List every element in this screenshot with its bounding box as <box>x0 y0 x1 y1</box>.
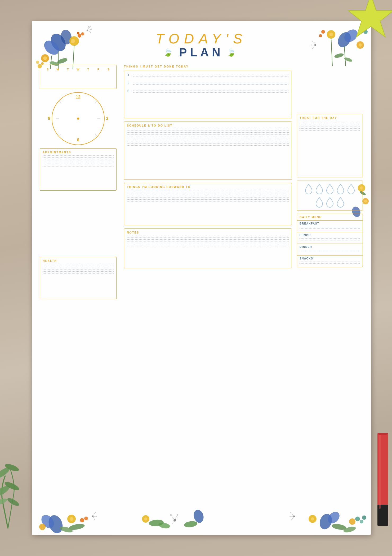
cal-day-f: F <box>93 68 103 71</box>
svg-point-95 <box>355 517 360 521</box>
forward-section: THINGS I'M LOOKING FORWARD TO <box>124 183 292 225</box>
star-decoration <box>344 0 392 46</box>
schedule-title: SCHEDULE & TO-DO LIST <box>127 124 289 127</box>
marker-icon <box>371 433 392 534</box>
cal-day-t1: T <box>63 68 73 71</box>
svg-point-57 <box>39 524 46 530</box>
svg-point-67 <box>80 518 84 522</box>
cal-day-t2: T <box>83 68 93 71</box>
main-layout: S M T W T F S <box>32 65 371 271</box>
clock-tick-225 <box>59 134 61 136</box>
health-section: HEALTH <box>40 257 117 299</box>
water-drop-7 <box>325 196 335 208</box>
clock-container: 12 6 9 3 <box>40 92 117 145</box>
svg-point-90 <box>290 512 291 513</box>
clock-wrapper: 12 6 9 3 <box>52 92 105 145</box>
svg-rect-102 <box>379 434 381 509</box>
clock-center-dot <box>77 118 79 120</box>
leaf-right-icon: 🍃 <box>227 48 239 57</box>
svg-line-59 <box>93 512 95 516</box>
snacks-item: SNACKS <box>297 255 363 267</box>
cal-day-w: W <box>73 68 83 71</box>
svg-point-62 <box>95 512 96 513</box>
clock-tick-right <box>97 118 100 119</box>
svg-point-64 <box>94 519 95 520</box>
things-title: THINGS I MUST GET DONE TODAY <box>124 65 292 68</box>
cal-day-s1: S <box>43 68 53 71</box>
star-icon <box>344 0 392 45</box>
svg-line-71 <box>175 515 177 520</box>
svg-line-87 <box>291 512 294 516</box>
clock-face: 12 6 <box>52 92 105 145</box>
water-drop-6 <box>315 196 324 208</box>
things-box: 1 2 <box>124 71 292 118</box>
clock-6: 6 <box>77 138 79 142</box>
calendar-header: S M T W T F S <box>43 67 114 72</box>
things-lines-3 <box>133 89 288 94</box>
calendar-section: S M T W T F S <box>40 65 117 89</box>
leaf-left-icon: 🍃 <box>163 48 176 57</box>
svg-point-80 <box>144 517 147 521</box>
svg-point-106 <box>0 497 8 507</box>
right-column: TREAT FOR THE DAY DAILY MENU BREAKFAST L… <box>294 65 363 271</box>
dinner-title: DINNER <box>300 245 360 248</box>
dinner-item: DINNER <box>297 244 363 255</box>
lunch-item: LUNCH <box>297 232 363 244</box>
water-drop-3 <box>325 183 335 195</box>
svg-point-56 <box>70 517 73 521</box>
header-section: TODAY'S 🍃 PLAN 🍃 <box>32 21 371 65</box>
water-drop-5 <box>346 183 356 195</box>
things-num-2: 2 <box>127 81 133 85</box>
plant-decoration <box>0 449 24 530</box>
things-item-3: 3 <box>127 89 288 94</box>
svg-point-96 <box>360 520 363 523</box>
forward-title: THINGS I'M LOOKING FORWARD TO <box>127 185 289 189</box>
things-num-3: 3 <box>127 89 133 93</box>
things-item-1: 1 <box>127 73 288 78</box>
svg-line-70 <box>171 515 175 520</box>
clock-tick-45 <box>95 101 97 103</box>
middle-column: THINGS I MUST GET DONE TODAY 1 2 <box>122 65 294 271</box>
todays-label: TODAY'S <box>37 32 366 46</box>
calendar-body <box>43 72 114 87</box>
water-tracker <box>297 181 363 210</box>
clock-tick-315 <box>95 134 97 136</box>
lunch-title: LUNCH <box>300 234 360 237</box>
water-drop-2 <box>315 183 324 195</box>
snacks-title: SNACKS <box>300 257 360 260</box>
planner-paper: TODAY'S 🍃 PLAN 🍃 S M T W T F S <box>32 21 371 535</box>
svg-marker-98 <box>348 0 392 37</box>
clock-9: 9 <box>48 116 50 121</box>
clock-tick-135 <box>59 101 61 103</box>
water-drop-8 <box>336 196 345 208</box>
breakfast-item: BREAKFAST <box>297 221 363 232</box>
breakfast-title: BREAKFAST <box>300 222 360 225</box>
things-lines-2 <box>133 81 288 86</box>
water-drop-4 <box>336 183 345 195</box>
health-title: HEALTH <box>43 259 114 262</box>
things-section: THINGS I MUST GET DONE TODAY 1 2 <box>124 65 292 118</box>
svg-point-63 <box>96 516 97 517</box>
clock-12: 12 <box>76 95 81 100</box>
floral-decoration-bottom <box>32 500 371 535</box>
svg-point-97 <box>362 515 366 520</box>
plant-icon <box>0 449 24 528</box>
treat-section: TREAT FOR THE DAY <box>297 114 363 177</box>
svg-point-91 <box>289 516 291 517</box>
svg-point-85 <box>349 518 355 525</box>
things-lines-1 <box>133 73 288 78</box>
water-drop-1 <box>304 183 313 195</box>
health-section-wrapper: HEALTH <box>40 257 117 302</box>
svg-point-77 <box>184 521 198 528</box>
svg-line-72 <box>172 520 175 524</box>
plan-label: 🍃 PLAN 🍃 <box>37 46 366 60</box>
cal-day-s2: S <box>104 68 114 71</box>
svg-line-89 <box>292 516 294 520</box>
things-item-2: 2 <box>127 81 288 86</box>
svg-point-92 <box>291 519 292 520</box>
cal-day-m: M <box>53 68 63 71</box>
clock-tick-left <box>56 118 59 119</box>
notes-title: NOTES <box>127 231 289 234</box>
daily-menu-section: DAILY MENU BREAKFAST LUNCH DINNER SNACKS <box>297 214 363 267</box>
schedule-section: SCHEDULE & TO-DO LIST <box>124 122 292 180</box>
